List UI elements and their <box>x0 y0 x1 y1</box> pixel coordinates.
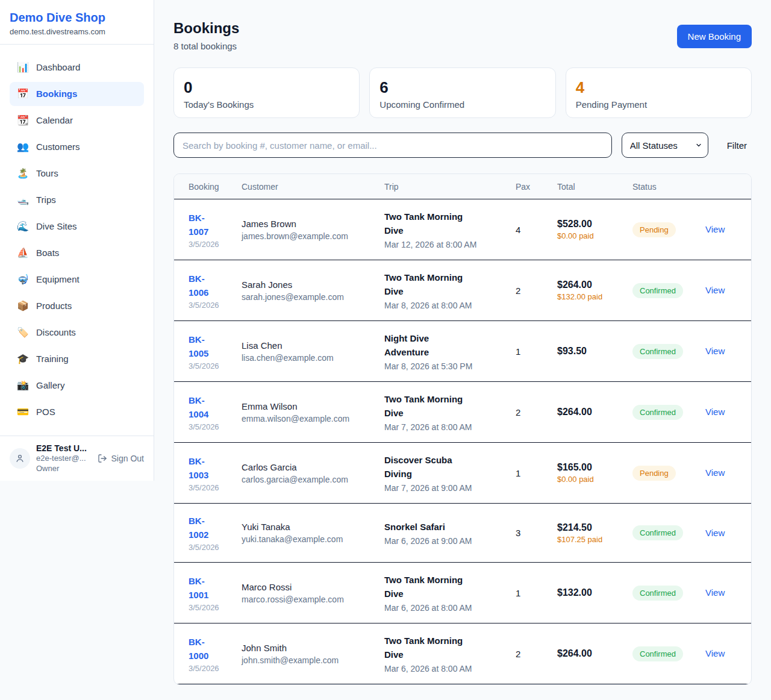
nav-item-label: Discounts <box>36 326 76 339</box>
customer-name: Sarah Jones <box>242 280 384 290</box>
status-select[interactable]: All Statuses <box>622 133 708 158</box>
status-badge: Confirmed <box>632 283 683 298</box>
booking-id-link[interactable]: BK-1007 <box>189 211 222 239</box>
stat-label: Upcoming Confirmed <box>379 99 545 110</box>
nav-item[interactable]: 🏝️ Tours <box>10 161 144 186</box>
booking-id-link[interactable]: BK-1003 <box>189 454 222 482</box>
customer-cell: Marco Rossi marco.rossi@example.com <box>242 582 384 604</box>
nav-item-label: Boats <box>36 246 59 260</box>
status-cell: Confirmed <box>632 283 705 298</box>
actions-cell: View <box>705 467 737 478</box>
trip-name: Two Tank Morning Dive <box>384 392 473 420</box>
status-cell: Confirmed <box>632 344 705 359</box>
booking-id-link[interactable]: BK-1005 <box>189 333 222 360</box>
nav-item[interactable]: 📦 Products <box>10 294 144 318</box>
nav-item[interactable]: 📊 Dashboard <box>10 55 144 80</box>
search-input[interactable] <box>173 133 612 158</box>
new-booking-button[interactable]: New Booking <box>677 25 752 48</box>
nav-item-icon: 🌊 <box>17 220 29 233</box>
stats-row: 0 Today's Bookings 6 Upcoming Confirmed … <box>173 67 752 118</box>
nav-item[interactable]: 📅 Bookings <box>10 82 144 106</box>
view-link[interactable]: View <box>705 285 725 295</box>
status-badge: Confirmed <box>632 586 683 601</box>
booking-id-link[interactable]: BK-1004 <box>189 393 222 421</box>
trip-name: Two Tank Morning Dive <box>384 270 473 298</box>
shop-name: Demo Dive Shop <box>10 10 144 25</box>
view-link[interactable]: View <box>705 587 725 598</box>
booking-id-link[interactable]: BK-1001 <box>189 574 222 602</box>
view-link[interactable]: View <box>705 407 725 417</box>
view-link[interactable]: View <box>705 648 725 658</box>
status-badge: Pending <box>632 466 676 481</box>
nav-item-label: Equipment <box>36 273 80 286</box>
customer-email: marco.rossi@example.com <box>242 595 384 604</box>
trip-cell: Discover Scuba Diving Mar 7, 2026 at 9:0… <box>384 453 516 493</box>
actions-cell: View <box>705 224 737 235</box>
booking-id-link[interactable]: BK-1006 <box>189 272 222 299</box>
nav-item-label: Dive Sites <box>36 220 77 233</box>
nav-item-label: Products <box>36 299 72 313</box>
customer-email: james.brown@example.com <box>242 231 384 241</box>
nav-item[interactable]: 🎓 Training <box>10 347 144 371</box>
trip-name: Two Tank Morning Dive <box>384 210 473 237</box>
trip-name: Two Tank Morning Dive <box>384 573 473 601</box>
bookings-table: Booking Customer Trip Pax Total Status B… <box>173 173 752 685</box>
stat-label: Today's Bookings <box>184 99 349 110</box>
nav-item[interactable]: 💳 POS <box>10 400 144 424</box>
status-cell: Pending <box>632 222 705 237</box>
person-icon <box>14 453 25 464</box>
stat-card: 6 Upcoming Confirmed <box>369 67 555 118</box>
status-badge: Confirmed <box>632 344 683 359</box>
table-row: BK-1005 3/5/2026 Lisa Chen lisa.chen@exa… <box>174 321 751 382</box>
nav-item-label: Bookings <box>36 87 77 101</box>
trip-datetime: Mar 7, 2026 at 8:00 AM <box>384 422 516 432</box>
total-cell: $264.00 $132.00 paid <box>557 280 632 301</box>
trip-cell: Two Tank Morning Dive Mar 7, 2026 at 8:0… <box>384 392 516 432</box>
nav-item[interactable]: ⛵ Boats <box>10 241 144 265</box>
total-cell: $264.00 <box>557 407 632 417</box>
status-cell: Confirmed <box>632 646 705 661</box>
booking-cell: BK-1005 3/5/2026 <box>189 333 242 370</box>
customer-email: emma.wilson@example.com <box>242 414 384 423</box>
nav-item-label: Dashboard <box>36 61 80 74</box>
trip-cell: Two Tank Morning Dive Mar 6, 2026 at 8:0… <box>384 573 516 613</box>
booking-cell: BK-1001 3/5/2026 <box>189 574 242 612</box>
sign-out-button[interactable]: Sign Out <box>98 454 144 463</box>
nav-item-label: POS <box>36 405 55 419</box>
nav-item[interactable]: 🤿 Equipment <box>10 267 144 292</box>
customer-email: lisa.chen@example.com <box>242 353 384 363</box>
stat-card: 0 Today's Bookings <box>173 67 360 118</box>
booking-id-link[interactable]: BK-1000 <box>189 635 222 663</box>
nav-item-icon: 🏝️ <box>17 167 29 180</box>
nav-item-icon: 🏷️ <box>17 326 29 339</box>
trip-datetime: Mar 8, 2026 at 8:00 AM <box>384 301 516 310</box>
booking-date: 3/5/2026 <box>189 422 242 431</box>
view-link[interactable]: View <box>705 528 725 538</box>
nav-item[interactable]: 🛥️ Trips <box>10 188 144 212</box>
customer-cell: Emma Wilson emma.wilson@example.com <box>242 401 384 423</box>
nav-item[interactable]: 📆 Calendar <box>10 108 144 133</box>
sign-out-icon <box>98 454 107 463</box>
trip-name: Discover Scuba Diving <box>384 453 473 481</box>
trip-datetime: Mar 12, 2026 at 8:00 AM <box>384 240 516 249</box>
stat-label: Pending Payment <box>576 99 741 110</box>
view-link[interactable]: View <box>705 346 725 356</box>
nav-item[interactable]: 🏷️ Discounts <box>10 320 144 345</box>
nav-item-icon: 👥 <box>17 140 29 154</box>
trip-datetime: Mar 6, 2026 at 8:00 AM <box>384 664 516 673</box>
table-row: BK-1002 3/5/2026 Yuki Tanaka yuki.tanaka… <box>174 504 751 563</box>
view-link[interactable]: View <box>705 224 725 234</box>
nav-item[interactable]: 📸 Gallery <box>10 373 144 398</box>
status-select-wrap: All Statuses <box>622 133 708 158</box>
sidebar-header: Demo Dive Shop demo.test.divestreams.com <box>0 0 154 45</box>
nav-item[interactable]: 👥 Customers <box>10 135 144 159</box>
filter-button[interactable]: Filter <box>722 140 752 151</box>
stat-value: 4 <box>576 78 741 97</box>
status-cell: Confirmed <box>632 586 705 601</box>
booking-date: 3/5/2026 <box>189 543 242 552</box>
booking-id-link[interactable]: BK-1002 <box>189 514 222 542</box>
table-row: BK-1007 3/5/2026 James Brown james.brown… <box>174 199 751 260</box>
view-link[interactable]: View <box>705 467 725 478</box>
nav-item[interactable]: 🌊 Dive Sites <box>10 214 144 239</box>
booking-cell: BK-1002 3/5/2026 <box>189 514 242 552</box>
